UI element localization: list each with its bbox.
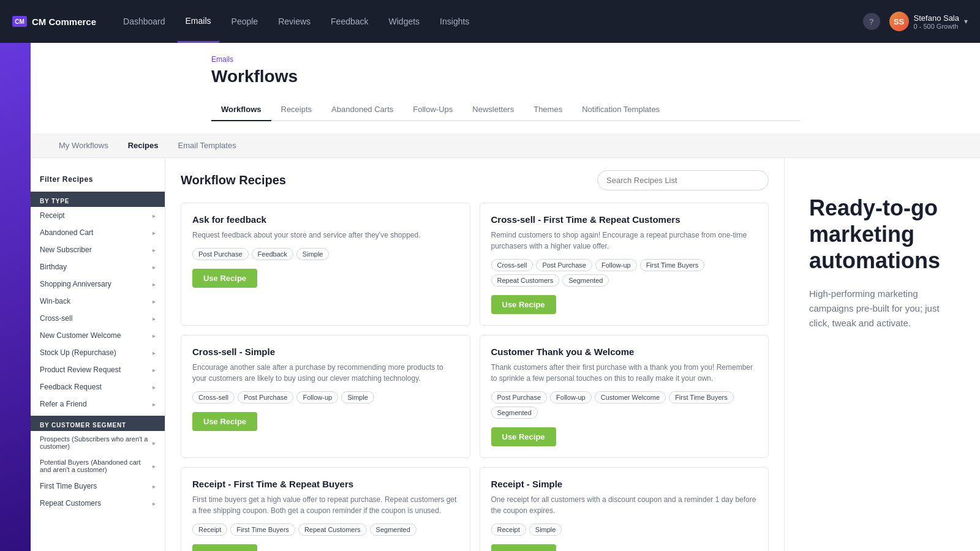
chevron-right-icon: ▸ xyxy=(153,298,156,305)
recipe-title: Ask for feedback xyxy=(192,214,459,225)
chevron-right-icon: ▸ xyxy=(153,440,156,446)
sidebar-item-shopping-anniversary[interactable]: Shopping Anniversary ▸ xyxy=(31,276,165,293)
sidebar-item-stock-up[interactable]: Stock Up (Repurchase) ▸ xyxy=(31,344,165,361)
chevron-right-icon: ▸ xyxy=(153,483,156,490)
recipe-tags: Cross-sell Post Purchase Follow-up First… xyxy=(491,259,758,287)
dropdown-icon: ▾ xyxy=(964,17,968,26)
tab-notification-templates[interactable]: Notification Templates xyxy=(572,99,669,121)
recipe-card-customer-welcome: Customer Thank you & Welcome Thank custo… xyxy=(480,335,769,458)
sidebar-item-new-customer-welcome[interactable]: New Customer Welcome ▸ xyxy=(31,327,165,344)
tag: Segmented xyxy=(370,523,417,536)
nav-insights[interactable]: Insights xyxy=(431,0,478,43)
recipe-grid: Ask for feedback Request feedback about … xyxy=(181,203,769,551)
recipe-description: Thank customers after their first purcha… xyxy=(491,362,758,384)
tag: First Time Buyers xyxy=(640,259,705,271)
tab-workflows[interactable]: Workflows xyxy=(211,99,271,121)
tag: Simple xyxy=(296,248,330,260)
nav-widgets[interactable]: Widgets xyxy=(380,0,429,43)
chevron-right-icon: ▸ xyxy=(153,247,156,253)
sidebar-item-prospects[interactable]: Prospects (Subscribers who aren't a cust… xyxy=(31,431,165,454)
tag: Post Purchase xyxy=(238,391,294,403)
sidebar-item-abandoned-cart[interactable]: Abandoned Cart ▸ xyxy=(31,224,165,241)
use-recipe-button[interactable]: Use Recipe xyxy=(192,269,257,288)
tag: Customer Welcome xyxy=(595,391,666,403)
subnav-email-templates[interactable]: Email Templates xyxy=(168,133,246,157)
recipe-title: Receipt - First Time & Repeat Buyers xyxy=(192,479,459,489)
use-recipe-button[interactable]: Use Recipe xyxy=(491,295,556,314)
sub-navigation: Workflows Receipts Abandoned Carts Follo… xyxy=(211,99,799,121)
tag: Receipt xyxy=(192,523,227,536)
recipe-card-receipt-repeat: Receipt - First Time & Repeat Buyers Fir… xyxy=(181,467,470,551)
recipe-tags: Post Purchase Feedback Simple xyxy=(192,248,459,260)
logo-icon: CM xyxy=(12,16,27,27)
tab-newsletters[interactable]: Newsletters xyxy=(462,99,524,121)
tag: Repeat Customers xyxy=(491,274,560,287)
recipe-title: Customer Thank you & Welcome xyxy=(491,347,758,357)
subnav-recipes[interactable]: Recipes xyxy=(118,133,168,157)
use-recipe-button[interactable]: Use Recipe xyxy=(491,544,556,551)
recipe-tags: Receipt First Time Buyers Repeat Custome… xyxy=(192,523,459,536)
sidebar-item-win-back[interactable]: Win-back ▸ xyxy=(31,293,165,310)
chevron-right-icon: ▸ xyxy=(153,367,156,373)
tag: Receipt xyxy=(491,523,526,536)
tag: Cross-sell xyxy=(192,391,235,403)
help-button[interactable]: ? xyxy=(863,13,880,30)
sidebar-item-cross-sell[interactable]: Cross-sell ▸ xyxy=(31,310,165,327)
subnav-my-workflows[interactable]: My Workflows xyxy=(49,133,118,157)
recipe-description: Request feedback about your store and se… xyxy=(192,230,459,241)
chevron-right-icon: ▸ xyxy=(153,463,156,470)
nav-people[interactable]: People xyxy=(223,0,267,43)
breadcrumb: Emails xyxy=(211,55,799,64)
nav-reviews[interactable]: Reviews xyxy=(270,0,319,43)
sidebar-item-first-time-buyers[interactable]: First Time Buyers ▸ xyxy=(31,478,165,495)
main-wrapper: Emails Workflows Workflows Receipts Aban… xyxy=(31,43,980,551)
sidebar-section-by-segment: BY CUSTOMER SEGMENT xyxy=(31,416,165,431)
tag: Follow-up xyxy=(595,259,637,271)
sidebar-item-potential-buyers[interactable]: Potential Buyers (Abandoned cart and are… xyxy=(31,454,165,478)
sidebar-item-new-subscriber[interactable]: New Subscriber ▸ xyxy=(31,241,165,258)
search-input[interactable] xyxy=(597,170,769,190)
tab-follow-ups[interactable]: Follow-Ups xyxy=(403,99,462,121)
tag: Follow-up xyxy=(550,391,592,403)
tag: Post Purchase xyxy=(491,391,548,403)
logo-text: CM Commerce xyxy=(32,17,96,27)
chevron-right-icon: ▸ xyxy=(153,401,156,408)
sidebar-title: Filter Recipes xyxy=(31,170,165,189)
recipe-card-cross-sell-repeat: Cross-sell - First Time & Repeat Custome… xyxy=(480,203,769,326)
recipe-title: Cross-sell - First Time & Repeat Custome… xyxy=(491,214,758,225)
brand-logo[interactable]: CM CM Commerce xyxy=(12,16,96,27)
sidebar-item-repeat-customers[interactable]: Repeat Customers ▸ xyxy=(31,495,165,512)
avatar: SS xyxy=(889,12,909,31)
user-menu[interactable]: SS Stefano Sala 0 - 500 Growth ▾ xyxy=(889,12,968,31)
use-recipe-button[interactable]: Use Recipe xyxy=(491,427,556,446)
sidebar-item-receipt[interactable]: Receipt ▸ xyxy=(31,207,165,224)
use-recipe-button[interactable]: Use Recipe xyxy=(192,544,257,551)
nav-emails[interactable]: Emails xyxy=(177,0,220,43)
sidebar-item-refer-friend[interactable]: Refer a Friend ▸ xyxy=(31,395,165,413)
chevron-right-icon: ▸ xyxy=(153,315,156,322)
user-plan: 0 - 500 Growth xyxy=(914,23,959,30)
nav-feedback[interactable]: Feedback xyxy=(322,0,377,43)
right-panel-title: Ready-to-go marketing automations xyxy=(809,195,956,274)
use-recipe-button[interactable]: Use Recipe xyxy=(192,412,257,431)
tab-abandoned-carts[interactable]: Abandoned Carts xyxy=(322,99,403,121)
tab-receipts[interactable]: Receipts xyxy=(271,99,322,121)
recipe-description: First time buyers get a high value offer… xyxy=(192,494,459,516)
sidebar-item-birthday[interactable]: Birthday ▸ xyxy=(31,258,165,276)
user-name: Stefano Sala xyxy=(914,13,959,23)
recipe-title: Cross-sell - Simple xyxy=(192,347,459,357)
tag: Segmented xyxy=(562,274,609,287)
main-content: Filter Recipes BY TYPE Receipt ▸ Abandon… xyxy=(31,158,980,551)
recipe-tags: Post Purchase Follow-up Customer Welcome… xyxy=(491,391,758,419)
chevron-right-icon: ▸ xyxy=(153,212,156,219)
tag: Post Purchase xyxy=(192,248,249,260)
tag: First Time Buyers xyxy=(230,523,295,536)
recipe-area: Workflow Recipes Ask for feedback Reques… xyxy=(165,158,784,551)
nav-dashboard[interactable]: Dashboard xyxy=(115,0,174,43)
sidebar-item-feedback-request[interactable]: Feedback Request ▸ xyxy=(31,378,165,395)
tag: Simple xyxy=(341,391,374,403)
chevron-right-icon: ▸ xyxy=(153,230,156,236)
chevron-right-icon: ▸ xyxy=(153,264,156,271)
tab-themes[interactable]: Themes xyxy=(524,99,572,121)
sidebar-item-product-review[interactable]: Product Review Request ▸ xyxy=(31,361,165,378)
